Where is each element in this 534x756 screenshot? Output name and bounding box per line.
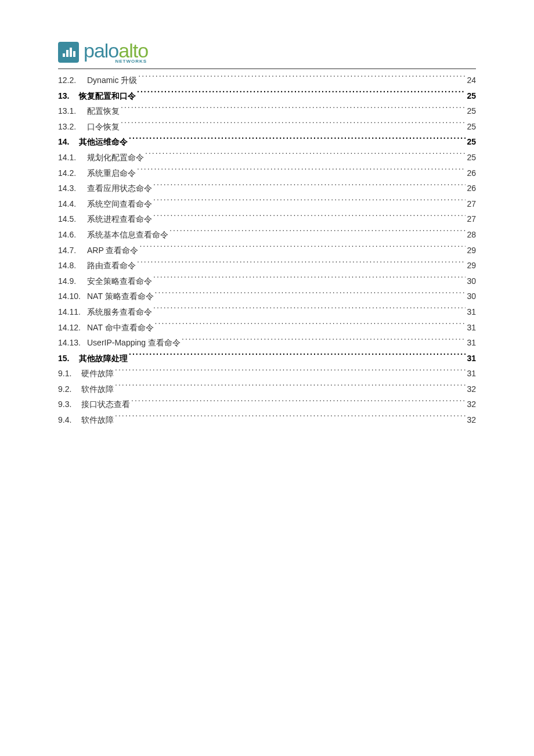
toc-entry[interactable]: 14.9.安全策略查看命令30: [58, 273, 476, 289]
toc-title: 系统进程查看命令: [87, 211, 152, 227]
toc-page-number: 29: [467, 258, 476, 273]
toc-entry[interactable]: 9.4.软件故障32: [58, 412, 476, 428]
toc-title: UserIP-Mapping 查看命令: [87, 335, 181, 351]
toc-leader-dots: [169, 228, 466, 237]
toc-number: 14.1.: [58, 150, 87, 165]
toc-title: 软件故障: [81, 381, 114, 397]
toc-page-number: 27: [467, 196, 476, 212]
toc-leader-dots: [145, 150, 466, 160]
toc-entry[interactable]: 15.其他故障处理31: [58, 351, 476, 366]
toc-entry[interactable]: 14.12.NAT 命中查看命令31: [58, 320, 476, 336]
table-of-contents: 12.2.Dynamic 升级2413.恢复配置和口令2513.1.配置恢复25…: [58, 73, 476, 428]
toc-title: 其他运维命令: [79, 134, 128, 150]
toc-number: 14.6.: [58, 227, 87, 243]
paloalto-logo-icon: [58, 42, 79, 63]
toc-title: ARP 查看命令: [87, 243, 138, 258]
toc-page-number: 25: [467, 134, 476, 150]
toc-title: 系统重启命令: [87, 165, 136, 181]
toc-page-number: 25: [467, 103, 476, 119]
toc-leader-dots: [153, 305, 466, 315]
toc-leader-dots: [155, 290, 466, 300]
logo: paloalto NETWORKS: [58, 41, 476, 64]
toc-title: 接口状态查看: [81, 397, 130, 412]
toc-number: 9.3.: [58, 397, 81, 412]
toc-entry[interactable]: 14.其他运维命令25: [58, 134, 476, 150]
header-divider: [58, 69, 476, 69]
toc-entry[interactable]: 9.2.软件故障32: [58, 381, 476, 397]
toc-page-number: 25: [467, 119, 476, 135]
toc-title: 其他故障处理: [79, 351, 128, 366]
toc-number: 9.2.: [58, 381, 81, 397]
toc-title: NAT 命中查看命令: [87, 320, 154, 336]
toc-page-number: 28: [467, 227, 476, 243]
toc-leader-dots: [155, 321, 466, 330]
logo-text: paloalto NETWORKS: [84, 41, 148, 64]
toc-page-number: 30: [467, 289, 476, 304]
toc-leader-dots: [115, 413, 466, 423]
toc-number: 14.4.: [58, 196, 87, 212]
toc-leader-dots: [182, 336, 466, 345]
toc-entry[interactable]: 14.13.UserIP-Mapping 查看命令31: [58, 335, 476, 351]
toc-entry[interactable]: 13.恢复配置和口令25: [58, 88, 476, 104]
svg-rect-3: [73, 51, 75, 57]
toc-page-number: 26: [467, 165, 476, 181]
toc-entry[interactable]: 14.1.规划化配置命令25: [58, 150, 476, 165]
toc-entry[interactable]: 13.1.配置恢复25: [58, 103, 476, 119]
toc-title: 系统服务查看命令: [87, 304, 152, 320]
toc-title: 路由查看命令: [87, 258, 136, 273]
toc-title: 恢复配置和口令: [79, 88, 136, 104]
toc-number: 14.8.: [58, 258, 87, 273]
toc-entry[interactable]: 12.2.Dynamic 升级24: [58, 73, 476, 88]
toc-page-number: 31: [467, 320, 476, 336]
toc-entry[interactable]: 14.6.系统基本信息查看命令28: [58, 227, 476, 243]
toc-title: 系统基本信息查看命令: [87, 227, 168, 243]
toc-entry[interactable]: 14.5.系统进程查看命令27: [58, 211, 476, 227]
logo-wordmark: paloalto: [84, 41, 148, 60]
toc-leader-dots: [121, 104, 466, 114]
toc-leader-dots: [139, 243, 466, 253]
toc-page-number: 31: [467, 335, 476, 351]
toc-number: 9.4.: [58, 412, 81, 428]
toc-leader-dots: [129, 351, 466, 361]
toc-title: 规划化配置命令: [87, 150, 144, 165]
toc-page-number: 29: [467, 243, 476, 258]
svg-rect-0: [63, 53, 65, 57]
toc-entry[interactable]: 14.8.路由查看命令29: [58, 258, 476, 273]
toc-title: 安全策略查看命令: [87, 273, 152, 289]
toc-title: NAT 策略查看命令: [87, 289, 154, 304]
toc-leader-dots: [137, 166, 466, 176]
toc-number: 14.11.: [58, 304, 87, 320]
toc-leader-dots: [153, 197, 466, 207]
toc-entry[interactable]: 14.4.系统空间查看命令27: [58, 196, 476, 212]
toc-page-number: 25: [467, 150, 476, 165]
toc-leader-dots: [153, 213, 466, 222]
toc-title: 配置恢复: [87, 103, 120, 119]
toc-number: 14.3.: [58, 181, 87, 196]
toc-page-number: 31: [467, 304, 476, 320]
toc-title: 查看应用状态命令: [87, 181, 152, 196]
toc-leader-dots: [137, 258, 466, 268]
toc-entry[interactable]: 14.3.查看应用状态命令26: [58, 181, 476, 196]
toc-title: Dynamic 升级: [87, 73, 137, 88]
toc-page-number: 24: [467, 73, 476, 88]
toc-entry[interactable]: 14.11.系统服务查看命令31: [58, 304, 476, 320]
toc-entry[interactable]: 14.2.系统重启命令26: [58, 165, 476, 181]
toc-page-number: 25: [467, 88, 476, 104]
toc-leader-dots: [115, 382, 466, 392]
toc-leader-dots: [137, 89, 466, 99]
toc-page-number: 30: [467, 273, 476, 289]
toc-entry[interactable]: 14.7.ARP 查看命令29: [58, 243, 476, 258]
toc-entry[interactable]: 9.3.接口状态查看32: [58, 397, 476, 412]
logo-networks: NETWORKS: [84, 59, 148, 64]
toc-page-number: 32: [467, 381, 476, 397]
toc-entry[interactable]: 9.1.硬件故障31: [58, 366, 476, 381]
toc-title: 口令恢复: [87, 119, 120, 135]
logo-palo: palo: [84, 39, 118, 62]
toc-number: 12.2.: [58, 73, 87, 88]
toc-number: 14.: [58, 134, 79, 150]
toc-number: 13.1.: [58, 103, 87, 119]
toc-entry[interactable]: 13.2.口令恢复25: [58, 119, 476, 135]
toc-number: 15.: [58, 351, 79, 366]
toc-page-number: 31: [467, 351, 476, 366]
toc-entry[interactable]: 14.10.NAT 策略查看命令30: [58, 289, 476, 304]
